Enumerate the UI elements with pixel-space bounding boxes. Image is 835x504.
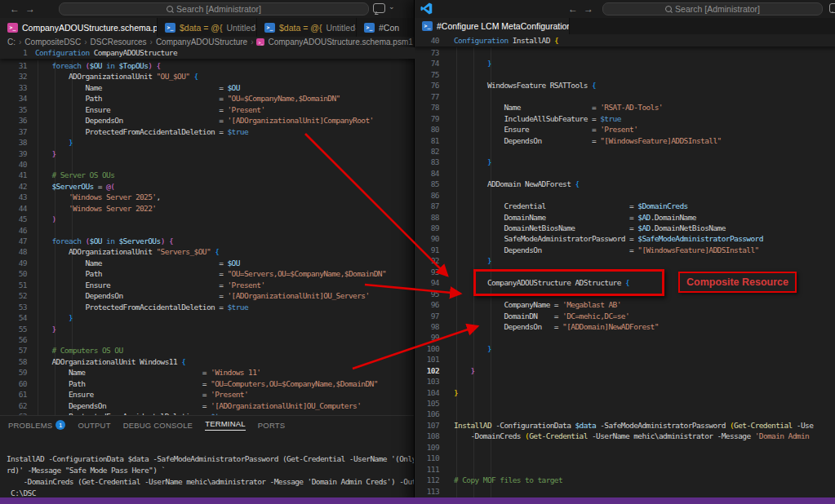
code-line[interactable]: 51 Ensure = 'Present' [0, 280, 415, 290]
code-line[interactable]: 87 Credential = $DomainCreds [415, 201, 835, 211]
code-line[interactable]: 41 # Server OS OUs [0, 170, 415, 180]
code-line[interactable]: 42 $ServerOUs = @( [0, 181, 415, 192]
code-line[interactable]: 37 ProtectedFromAccidentalDeletion = $tr… [0, 126, 415, 137]
code-line[interactable]: 43 'Windows Server 2025', [0, 192, 415, 202]
code-line[interactable]: 54 } [0, 312, 415, 323]
code-line[interactable]: 56 [0, 334, 415, 345]
code-line[interactable]: 50 Path = "OU=Servers,OU=$CompanyName,$D… [0, 268, 415, 279]
code-line[interactable]: 109 [415, 442, 835, 453]
code-line[interactable]: 86 [415, 190, 835, 201]
code-line[interactable]: 105 [415, 398, 835, 409]
code-line[interactable]: 57 # Computers OS OU [0, 345, 415, 356]
chevron-down-icon[interactable]: ⌄ [389, 2, 395, 11]
code-line[interactable]: 102 } [415, 365, 835, 376]
breadcrumb-file[interactable]: CompanyADOUStructure.schema.psm1 [268, 38, 412, 46]
code-line[interactable]: 40 [0, 159, 415, 170]
code-line[interactable]: 77 [415, 91, 835, 102]
code-line[interactable]: 82 [415, 146, 835, 157]
code-line[interactable]: 85 ADDomain NewADForest { [415, 179, 835, 189]
code-line[interactable]: 84 [415, 168, 835, 179]
left-code-editor[interactable]: 1 Configuration CompanyADOUStructure 31 … [0, 47, 415, 415]
code-line[interactable]: 96 CompanyName = 'Megablast AB' [415, 299, 835, 310]
code-line[interactable]: 73 [415, 47, 835, 58]
breadcrumb-item[interactable]: DSCResources [91, 38, 147, 46]
code-line[interactable]: 49 Name = $OU [0, 258, 415, 268]
code-line[interactable]: 90 SafeModeAdministratorPassword = $Safe… [415, 233, 835, 244]
code-line[interactable]: 53 ProtectedFromAccidentalDeletion = $tr… [0, 302, 415, 312]
code-line[interactable]: 80 Ensure = 'Present' [415, 124, 835, 135]
code-line[interactable]: 111 [415, 464, 835, 475]
panel-tab-debug-console[interactable]: DEBUG CONSOLE [123, 421, 193, 430]
code-line[interactable]: 46 [0, 225, 415, 236]
code-line[interactable]: 112# Copy MOF files to target [415, 475, 835, 485]
code-line[interactable]: 47 foreach ($OU in $ServerOUs) { [0, 236, 415, 246]
code-line[interactable]: 45 ) [0, 214, 415, 224]
code-line[interactable]: 91 DependsOn = "[WindowsFeature]ADDSInst… [415, 245, 835, 255]
code-line[interactable]: 55 } [0, 324, 415, 334]
code-line[interactable]: 60 Path = "OU=Computers,OU=$CompanyName,… [0, 378, 415, 389]
code-line[interactable]: 98 DependsOn = "[ADDomain]NewADForest" [415, 321, 835, 332]
copilot-chat-icon-partial[interactable] [829, 3, 835, 13]
code-line[interactable]: 100 } [415, 343, 835, 354]
panel-tab-ports[interactable]: PORTS [258, 421, 286, 430]
code-line[interactable]: 88 DomainName = $AD.DomainName [415, 212, 835, 223]
code-line[interactable]: 108 -DomainCreds (Get-Credential -UserNa… [415, 431, 835, 441]
code-line[interactable]: 35 Ensure = 'Present' [0, 104, 415, 115]
code-line[interactable]: 101 [415, 354, 835, 365]
code-line[interactable]: 32 ADOrganizationalUnit "OU_$OU" { [0, 71, 415, 82]
back-arrow-icon[interactable]: ← [10, 2, 20, 15]
code-line[interactable]: 92 } [415, 255, 835, 266]
forward-arrow-icon[interactable]: → [584, 2, 593, 15]
code-line[interactable]: 33 Name = $OU [0, 82, 415, 93]
code-line[interactable]: 89 DomainNetBiosName = $AD.DomainNetBios… [415, 223, 835, 233]
tab-configure-lcm[interactable]: >_ #Configure LCM MetaConfiguration Unti… [415, 18, 570, 34]
code-line[interactable]: 58 ADOrganizationalUnit Windows11 { [0, 356, 415, 367]
back-arrow-icon[interactable]: ← [568, 2, 578, 15]
code-line[interactable]: 34 Path = "OU=$CompanyName,$DomainDN" [0, 93, 415, 104]
tab-untitled-1[interactable]: >_ $data = @{ Untitled-1 [257, 18, 357, 37]
copilot-chat-icon[interactable] [373, 3, 385, 13]
search-input[interactable]: Search [Administrator] [59, 2, 369, 15]
code-line[interactable]: 113 [415, 486, 835, 497]
code-line[interactable]: 76 WindowsFeature RSATTools { [415, 80, 835, 91]
code-line[interactable]: 106 [415, 409, 835, 419]
code-line[interactable]: 97 DomainDN = 'DC=mehic,DC=se' [415, 311, 835, 321]
code-line[interactable]: 62 DependsOn = '[ADOrganizationalUnit]OU… [0, 400, 415, 411]
code-line[interactable]: 63 ProtectedFromAccidentalDeletion = $tr… [0, 411, 415, 415]
right-code-editor[interactable]: 40 Configuration InstallAD { 7374 }7576 … [415, 34, 835, 497]
breadcrumb-item[interactable]: CompositeDSC [24, 38, 81, 46]
code-line[interactable]: 75 [415, 69, 835, 80]
code-line[interactable]: 44 'Windows Server 2022' [0, 203, 415, 214]
breadcrumb-item[interactable]: CompanyADOUStructure [156, 38, 247, 46]
code-line[interactable]: 79 IncludeAllSubFeature = $true [415, 113, 835, 124]
tab-configure-partial[interactable]: >_ #Con [357, 18, 415, 37]
code-line[interactable]: 83 } [415, 157, 835, 167]
code-line[interactable]: 107InstallAD -ConfigurationData $data -S… [415, 420, 835, 431]
terminal-output[interactable]: InstallAD -ConfigurationData $data -Safe… [7, 453, 415, 499]
code-line[interactable]: 81 DependsOn = "[WindowsFeature]ADDSInst… [415, 135, 835, 146]
code-line[interactable]: 31 foreach ($OU in $TopOUs) { [0, 60, 415, 71]
code-line[interactable]: 61 Ensure = 'Present' [0, 389, 415, 400]
panel-tab-problems[interactable]: PROBLEMS 1 [8, 420, 65, 430]
code-line[interactable]: 48 ADOrganizationalUnit "Servers_$OU" { [0, 246, 415, 257]
search-input[interactable]: Search [Administrator] [602, 2, 823, 15]
breadcrumb-item[interactable]: C: [7, 38, 16, 46]
code-line[interactable]: 99 [415, 332, 835, 343]
code-line[interactable]: 104} [415, 387, 835, 398]
code-line[interactable]: 103 [415, 376, 835, 387]
code-line[interactable]: 59 Name = 'Windows 11' [0, 367, 415, 378]
code-line[interactable]: 52 DependsOn = '[ADOrganizationalUnit]OU… [0, 290, 415, 301]
tab-untitled-5[interactable]: >_ $data = @{ Untitled-5 1 [158, 18, 257, 37]
code-line[interactable]: 38 } [0, 137, 415, 148]
panel-tab-output[interactable]: OUTPUT [78, 421, 110, 430]
sticky-scroll-line[interactable]: 1 Configuration CompanyADOUStructure [0, 47, 415, 59]
code-line[interactable]: 78 Name = 'RSAT-AD-Tools' [415, 102, 835, 113]
code-line[interactable]: 36 DependsOn = '[ADOrganizationalUnit]Co… [0, 115, 415, 126]
tab-companyadoustructure-schema[interactable]: >_ CompanyADOUStructure.schema.psm1 [0, 18, 158, 37]
sticky-scroll-line[interactable]: 40 Configuration InstallAD { [415, 34, 835, 46]
panel-tab-terminal[interactable]: TERMINAL [205, 419, 246, 431]
code-line[interactable]: 110 [415, 453, 835, 463]
code-line[interactable]: 39 } [0, 148, 415, 159]
forward-arrow-icon[interactable]: → [25, 2, 35, 15]
code-line[interactable]: 74 } [415, 58, 835, 69]
